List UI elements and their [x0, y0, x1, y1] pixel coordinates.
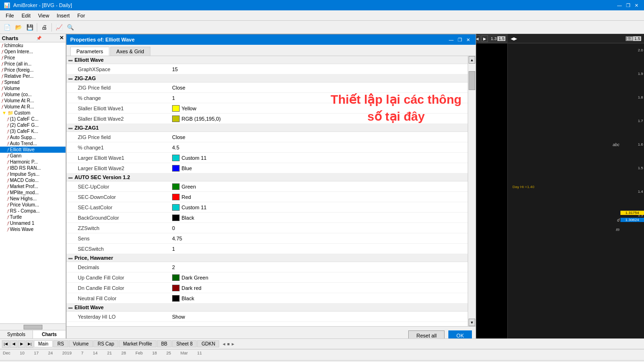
param-value[interactable]: Custom 11 [172, 204, 464, 211]
menu-view[interactable]: View [34, 12, 53, 19]
list-item[interactable]: 𝑓 Price (all in... [0, 61, 66, 67]
list-item[interactable]: 𝑓 (3) CafeF K... [0, 128, 66, 134]
param-value[interactable]: Black [172, 214, 464, 221]
list-item[interactable]: 𝑓 Impulse Sys... [0, 171, 66, 177]
list-item[interactable]: 𝑓 MPlite_mod... [0, 189, 66, 196]
list-item[interactable]: 𝑓 Open Intere... [0, 49, 66, 55]
chart-btn[interactable]: 📈 [54, 22, 64, 33]
param-value[interactable]: Custom 11 [172, 155, 464, 161]
color-swatch-cyan2[interactable] [172, 204, 180, 211]
param-value[interactable]: 2 [172, 264, 464, 270]
minimize-button[interactable]: — [616, 1, 623, 9]
param-value[interactable]: 4.5 [172, 145, 464, 150]
param-value[interactable]: 1 [172, 246, 464, 252]
list-item[interactable]: 𝑓 Auto Supp... [0, 134, 66, 140]
close-button[interactable]: ✕ [633, 1, 640, 9]
section-price-hawamer[interactable]: ▬ Price, Hawamer [66, 254, 468, 262]
list-item[interactable]: 𝑓 Price Volum... [0, 202, 66, 208]
list-item[interactable]: 𝑓 Unnamed 1 [0, 220, 66, 226]
left-panel-scrollbar[interactable] [0, 323, 66, 330]
menu-edit[interactable]: Edit [18, 12, 34, 19]
chart-tab-gdkn[interactable]: GDKN [197, 340, 219, 347]
color-swatch-olive[interactable] [172, 115, 180, 122]
tab-parameters[interactable]: Parameters [70, 47, 109, 56]
chart-tab-sheet8[interactable]: Sheet 8 [172, 340, 197, 347]
dialog-close-btn[interactable]: ✕ [464, 36, 472, 43]
color-swatch-black2[interactable] [172, 295, 180, 302]
param-value[interactable]: Blue [172, 165, 464, 172]
list-item[interactable]: 𝑓 Ichimoku [0, 42, 66, 49]
chart-tab-volume[interactable]: Volume [69, 340, 93, 347]
reset-all-button[interactable]: Reset all [408, 330, 445, 338]
right-nav-right[interactable]: ▶ [514, 36, 517, 41]
chart-tab-rs[interactable]: RS [53, 340, 68, 347]
color-swatch-blue[interactable] [172, 165, 180, 172]
color-swatch-cyan[interactable] [172, 155, 180, 161]
menu-insert[interactable]: Insert [53, 12, 74, 19]
dialog-maximize-btn[interactable]: ❐ [456, 36, 463, 43]
open-btn[interactable]: 📂 [13, 22, 24, 33]
color-swatch-red[interactable] [172, 194, 180, 200]
right-nav-left[interactable]: ◀ [511, 36, 514, 41]
section-elliott-wave-bottom[interactable]: ▬ Elliott Wave [66, 304, 468, 312]
section-elliott-wave-top[interactable]: ▬ Elliott Wave [66, 56, 468, 64]
list-item[interactable]: 𝑓 (1) CafeF C... [0, 116, 66, 122]
param-value[interactable]: 1 [172, 95, 464, 101]
param-value[interactable]: 0 [172, 225, 464, 231]
list-item[interactable]: 𝑓 RS - Compa... [0, 208, 66, 214]
color-swatch-darkgreen[interactable] [172, 274, 180, 281]
color-swatch-green[interactable] [172, 183, 180, 190]
list-item[interactable]: 𝑓 MACD Colo... [0, 177, 66, 183]
list-item[interactable]: 𝑓 IBD RS RAN... [0, 165, 66, 171]
list-item[interactable]: 𝑓 Gann [0, 153, 66, 159]
param-value[interactable]: 15 [172, 66, 464, 72]
nav-last[interactable]: ▶| [26, 340, 33, 348]
param-value[interactable]: 4.75 [172, 236, 464, 241]
param-value[interactable]: Yellow [172, 105, 464, 112]
list-item[interactable]: 𝑓 Weis Wave [0, 226, 66, 232]
params-scrollbar[interactable]: ▲ ▼ [468, 56, 476, 326]
list-item[interactable]: 𝑓 (2) CafeF G... [0, 122, 66, 128]
list-item-folder[interactable]: ▼ 📁 Custom [0, 110, 66, 116]
chart-tab-rscap[interactable]: RS Cap [93, 340, 118, 347]
chart-tab-main[interactable]: Main [34, 340, 53, 347]
section-zigzag[interactable]: ▬ ZIG-ZAG [66, 74, 468, 82]
param-value[interactable]: RGB (195,195,0) [172, 115, 464, 122]
zoom-btn[interactable]: 🔍 [65, 22, 75, 33]
param-value[interactable]: Black [172, 295, 464, 302]
new-btn[interactable]: 📄 [2, 22, 12, 33]
print-btn[interactable]: 🖨 [39, 22, 50, 33]
list-item[interactable]: 𝑓 New Highs... [0, 196, 66, 202]
list-item[interactable]: 𝑓 Harmonic P... [0, 159, 66, 165]
list-item[interactable]: 𝑓 Volume [0, 85, 66, 91]
list-item[interactable]: 𝑓 Price [0, 55, 66, 61]
param-value[interactable]: Show [172, 314, 464, 320]
ok-button[interactable]: OK [448, 330, 472, 338]
nav-next[interactable]: ▶ [18, 340, 25, 348]
section-auto-sec[interactable]: ▬ AUTO SEC Version 1.2 [66, 173, 468, 181]
param-value[interactable]: Red [172, 194, 464, 200]
section-zigzag1[interactable]: ▬ ZIG-ZAG1 [66, 124, 468, 132]
scroll-thumb[interactable] [469, 71, 475, 90]
symbols-tab[interactable]: Symbols [0, 330, 33, 338]
charts-tab[interactable]: Charts [33, 330, 66, 338]
maximize-button[interactable]: ❐ [624, 1, 632, 9]
list-item[interactable]: 𝑓 Volume At R... [0, 98, 66, 104]
panel-close[interactable]: ✕ [59, 35, 64, 41]
color-swatch-darkred[interactable] [172, 285, 180, 291]
nav-first[interactable]: |◀ [2, 340, 9, 348]
list-item[interactable]: 𝑓 Volume At R... [0, 104, 66, 110]
param-value[interactable]: Dark red [172, 285, 464, 291]
tab-axes-grid[interactable]: Axes & Grid [110, 47, 150, 56]
list-item[interactable]: 𝑓 Price (foreig... [0, 67, 66, 73]
menu-for[interactable]: For [74, 12, 89, 19]
color-swatch-black[interactable] [172, 214, 180, 221]
scroll-up-btn[interactable]: ▲ [469, 56, 475, 64]
list-item[interactable]: 𝑓 Turtle [0, 214, 66, 220]
list-item[interactable]: 𝑓 Auto Trend... [0, 140, 66, 147]
list-item[interactable]: 𝑓 Spread [0, 79, 66, 85]
param-value[interactable]: Green [172, 183, 464, 190]
param-value[interactable]: Close [172, 134, 464, 140]
chart-tab-market-profile[interactable]: Market Profile [119, 340, 157, 347]
dialog-minimize-btn[interactable]: — [447, 36, 455, 43]
